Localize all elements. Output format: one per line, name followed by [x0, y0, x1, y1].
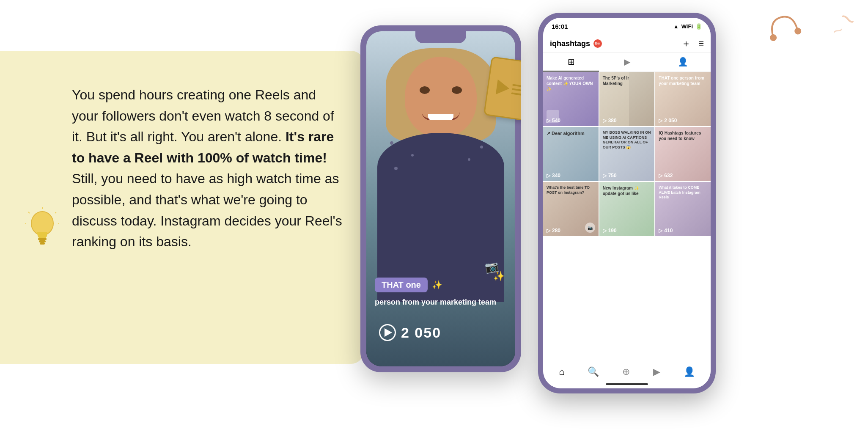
gi9-count-text: 410	[664, 228, 673, 234]
gi8-count: ▷ 190	[603, 228, 617, 234]
nav-reels-icon[interactable]: ▶	[653, 366, 660, 377]
gi4-text: ↗ Dear algorithm	[547, 130, 595, 136]
svg-point-0	[31, 212, 53, 235]
gi4-count: ▷ 340	[547, 173, 560, 179]
gi6-count: ▷ 632	[659, 173, 673, 179]
phone1-notch	[415, 31, 466, 43]
tab-tagged[interactable]: 👤	[655, 53, 711, 72]
gi3-play-icon: ▷	[659, 118, 662, 124]
svg-line-12	[799, 33, 803, 39]
nav-search-icon[interactable]: 🔍	[588, 366, 599, 377]
gi8-text: New Instagram ✨ update got us like	[603, 185, 651, 196]
svg-rect-1	[38, 238, 47, 240]
status-time: 16:01	[552, 23, 568, 30]
view-count: 2 050	[401, 324, 441, 341]
gi6-count-text: 632	[664, 173, 673, 179]
svg-line-5	[28, 212, 30, 213]
grid-item-5[interactable]: MY BOSS WALKING IN ON ME USING AI CAPTIO…	[599, 127, 655, 181]
ig-tab-bar: ⊞ ▶ 👤	[543, 53, 711, 72]
svg-point-9	[769, 33, 777, 42]
tab-grid[interactable]: ⊞	[543, 53, 599, 72]
gi2-count-text: 380	[608, 118, 617, 124]
face	[405, 57, 477, 137]
svg-line-6	[55, 212, 56, 213]
grid-item-6[interactable]: IQ Hashtags features you need to know ▷ …	[655, 127, 711, 181]
gi9-play-icon: ▷	[659, 228, 662, 234]
signal-icon: ▲	[673, 23, 679, 30]
nav-home-icon[interactable]: ⌂	[559, 366, 564, 377]
wifi-icon: WiFi	[681, 23, 693, 30]
gi7-count: ▷ 280	[547, 228, 560, 234]
video-overlay-text: THAT one ✨ person from your marketing te…	[375, 278, 507, 307]
gi7-text: What's the best time TO POST on Instagra…	[547, 185, 595, 195]
that-one-label: THAT one	[375, 278, 428, 292]
grid-item-3[interactable]: THAT one person from your marketing team…	[655, 72, 711, 126]
gi3-count: ▷ 2 050	[659, 118, 677, 124]
text-part2: Still, you need to have as high watch ti…	[72, 171, 342, 249]
svg-rect-2	[39, 240, 46, 242]
grid-item-2[interactable]: The 5P's of Instagram Marketing ▷ 380	[599, 72, 655, 126]
nav-profile-icon[interactable]: 👤	[684, 366, 695, 377]
phone-1-reel: ✨ 📷 THAT one ✨ person from your marketin…	[360, 25, 521, 372]
gi5-play-icon: ▷	[603, 173, 607, 179]
gi1-count-text: 540	[552, 118, 560, 124]
phone-2-instagram: 16:01 ▲ WiFi 🔋 iqhashtags 9+ ＋ ≡	[538, 13, 716, 393]
sticker-play-icon	[496, 80, 511, 96]
gi9-count: ▷ 410	[659, 228, 673, 234]
gi4-play-icon: ▷	[547, 173, 550, 179]
gi6-play-icon: ▷	[659, 173, 662, 179]
gi1-text: Make AI generated content ✨ YOUR OWN ✨	[547, 75, 595, 92]
grid-item-1[interactable]: Make AI generated content ✨ YOUR OWN ✨ ▷…	[543, 72, 599, 126]
add-post-icon[interactable]: ＋	[681, 37, 691, 50]
gi3-text: THAT one person from your marketing team	[659, 75, 707, 86]
status-icons: ▲ WiFi 🔋	[673, 23, 702, 30]
battery-icon: 🔋	[695, 23, 702, 30]
gi7-ig-icon: 📷	[585, 223, 595, 233]
grid-item-8[interactable]: New Instagram ✨ update got us like ▷ 190	[599, 182, 655, 236]
gi5-count-text: 750	[608, 173, 617, 179]
ig-username-text: iqhashtags	[550, 39, 590, 48]
gi1-count: ▷ 540	[547, 118, 560, 124]
left-text-section: You spend hours creating one Reels and y…	[25, 85, 343, 253]
person-marketing-text: person from your marketing team	[375, 297, 507, 307]
bulb-icon	[25, 207, 59, 250]
svg-rect-3	[40, 242, 45, 245]
gi8-play-icon: ▷	[603, 228, 607, 234]
gi2-count: ▷ 380	[603, 118, 617, 124]
gi1-play-icon: ▷	[547, 118, 550, 124]
grid-item-9[interactable]: What it takes to COME ALIVE batch Instag…	[655, 182, 711, 236]
ig-grid: Make AI generated content ✨ YOUR OWN ✨ ▷…	[543, 72, 711, 236]
play-count-bar: 2 050	[379, 324, 441, 341]
gi5-text: MY BOSS WALKING IN ON ME USING AI CAPTIO…	[603, 130, 651, 150]
deco-earphones	[764, 9, 803, 44]
gi3-count-text: 2 050	[664, 118, 677, 124]
svg-point-10	[794, 27, 802, 36]
grid-item-7[interactable]: What's the best time TO POST on Instagra…	[543, 182, 599, 236]
ig-header-icons: ＋ ≡	[681, 37, 704, 50]
ig-header: iqhashtags 9+ ＋ ≡	[543, 35, 711, 53]
play-button[interactable]	[379, 324, 396, 341]
gi7-count-text: 280	[552, 228, 560, 234]
gi2-right	[629, 72, 654, 126]
gi4-count-text: 340	[552, 173, 560, 179]
play-triangle-icon	[385, 328, 392, 337]
gi8-count-text: 190	[608, 228, 617, 234]
home-indicator	[606, 383, 648, 385]
gi5-count: ▷ 750	[603, 173, 617, 179]
ig-username-area: iqhashtags 9+	[550, 39, 602, 48]
gi9-text: What it takes to COME ALIVE batch Instag…	[659, 185, 707, 200]
camera-sticker: 📷	[484, 259, 500, 274]
body	[377, 133, 504, 302]
status-bar: 16:01 ▲ WiFi 🔋	[543, 18, 711, 35]
gi6-text: IQ Hashtags features you need to know	[659, 130, 707, 141]
main-paragraph: You spend hours creating one Reels and y…	[72, 85, 343, 253]
nav-add-icon[interactable]: ⊕	[622, 366, 630, 377]
tab-reels[interactable]: ▶	[599, 53, 655, 72]
notification-badge: 9+	[593, 39, 602, 48]
menu-icon[interactable]: ≡	[698, 38, 704, 49]
phones-area: ✨ 📷 THAT one ✨ person from your marketin…	[335, 0, 868, 429]
grid-item-4[interactable]: ↗ Dear algorithm ▷ 340	[543, 127, 599, 181]
gi7-play-icon: ▷	[547, 228, 550, 234]
gi2-play-icon: ▷	[603, 118, 607, 124]
